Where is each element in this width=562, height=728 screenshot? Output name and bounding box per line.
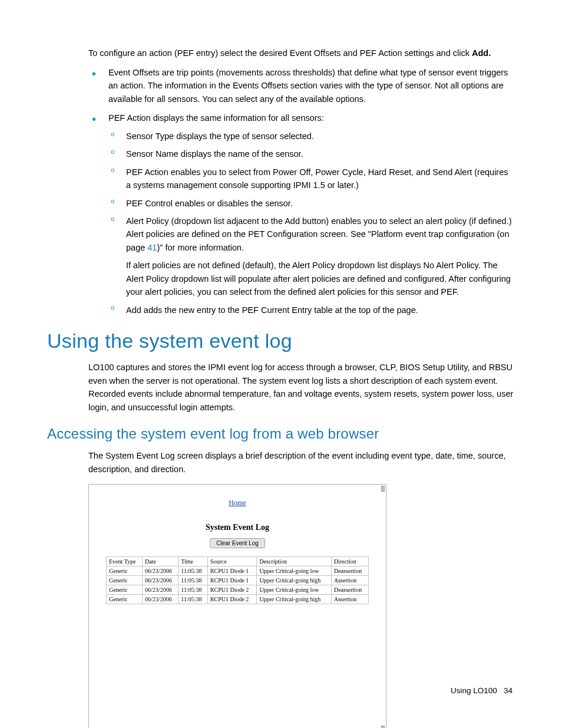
bullet-pef-action-text: PEF Action displays the same information… (108, 113, 324, 123)
cell: 11:05:38 (178, 576, 208, 585)
scrollbar-down-icon[interactable] (381, 726, 385, 728)
cell: Generic (107, 595, 143, 604)
scrollbar-up-icon[interactable] (381, 486, 385, 492)
heading-accessing-from-browser: Accessing the system event log from a we… (47, 426, 515, 442)
cell: Upper Critical-going high (257, 576, 332, 585)
cell: Deassertion (331, 585, 368, 595)
table-row: Generic 06/23/2006 11:05:38 RCPU1 Diode … (107, 566, 369, 576)
cell: RCPU1 Diode 2 (207, 595, 257, 604)
sub-pef-action: PEF Action enables you to select from Po… (108, 166, 515, 192)
paragraph-accessing: The System Event Log screen displays a b… (88, 449, 515, 476)
cell: Generic (107, 585, 143, 595)
sub-sensor-name: Sensor Name displays the name of the sen… (108, 147, 515, 160)
cell: 06/23/2006 (143, 595, 178, 604)
intro-text: To configure an action (PEF entry) selec… (88, 48, 472, 58)
heading-using-system-event-log: Using the system event log (47, 330, 515, 353)
cell: Generic (107, 576, 143, 585)
cell: RCPU1 Diode 1 (207, 566, 257, 576)
paragraph-system-event-log: LO100 captures and stores the IPMI event… (88, 361, 515, 414)
home-link[interactable]: Home (95, 499, 380, 508)
cell: 06/23/2006 (143, 585, 178, 595)
cell: Upper Critical-going low (257, 585, 332, 595)
col-time: Time (178, 557, 208, 566)
table-row: Generic 06/23/2006 11:05:38 RCPU1 Diode … (107, 585, 369, 595)
cell: 11:05:38 (178, 566, 208, 576)
cell: Deassertion (331, 566, 368, 576)
event-log-table: Event Type Date Time Source Description … (106, 556, 369, 604)
sub-pef-control-text: PEF Control enables or disables the sens… (126, 199, 293, 208)
page-footer: Using LO100 34 (451, 686, 513, 695)
cell: RCPU1 Diode 1 (207, 576, 257, 585)
sub-sensor-name-text: Sensor Name displays the name of the sen… (126, 149, 303, 159)
table-row: Generic 06/23/2006 11:05:38 RCPU1 Diode … (107, 595, 369, 604)
col-description: Description (257, 557, 332, 566)
cell: 06/23/2006 (143, 566, 178, 576)
table-row: Generic 06/23/2006 11:05:38 RCPU1 Diode … (107, 576, 369, 585)
cell: Upper Critical-going high (257, 595, 332, 604)
table-header-row: Event Type Date Time Source Description … (107, 557, 369, 566)
add-bold: Add. (472, 48, 491, 58)
cell: 11:05:38 (178, 595, 208, 604)
bullet-event-offsets: Event Offsets are trip points (movements… (88, 66, 515, 106)
sub-alert-policy-note: If alert policies are not defined (defau… (126, 259, 515, 298)
col-source: Source (207, 557, 257, 566)
sub-sensor-type: Sensor Type displays the type of sensor … (108, 130, 515, 143)
cell: 06/23/2006 (143, 576, 178, 585)
sub-pef-action-text: PEF Action enables you to select from Po… (126, 167, 508, 190)
sub-add-text: Add adds the new entry to the PEF Curren… (126, 305, 418, 315)
sub-pef-control: PEF Control enables or disables the sens… (108, 197, 515, 210)
sub-sensor-type-text: Sensor Type displays the type of sensor … (126, 131, 314, 141)
panel-title: System Event Log (95, 523, 380, 532)
cell: Assertion (331, 595, 368, 604)
col-event-type: Event Type (107, 557, 143, 566)
sub-alert-policy: Alert Policy (dropdown list adjacent to … (108, 215, 515, 299)
intro-paragraph: To configure an action (PEF entry) selec… (88, 47, 515, 60)
bullet-pef-action: PEF Action displays the same information… (88, 111, 515, 317)
col-date: Date (143, 557, 178, 566)
cell: Generic (107, 566, 143, 576)
footer-section: Using LO100 (451, 686, 497, 695)
sub-alert-policy-b: )" for more information. (157, 243, 244, 252)
cell: RCPU1 Diode 2 (207, 585, 257, 595)
page-link-41[interactable]: 41 (147, 243, 157, 252)
footer-page-number: 34 (504, 686, 513, 695)
cell: Upper Critical-going low (257, 566, 332, 576)
cell: Assertion (331, 576, 368, 585)
sub-add: Add adds the new entry to the PEF Curren… (108, 304, 515, 317)
bullet-event-offsets-text: Event Offsets are trip points (movements… (108, 68, 508, 104)
cell: 11:05:38 (178, 585, 208, 595)
col-direction: Direction (331, 557, 368, 566)
clear-event-log-button[interactable]: Clear Event Log (210, 538, 265, 548)
screenshot-panel: Home System Event Log Clear Event Log Ev… (88, 484, 386, 728)
